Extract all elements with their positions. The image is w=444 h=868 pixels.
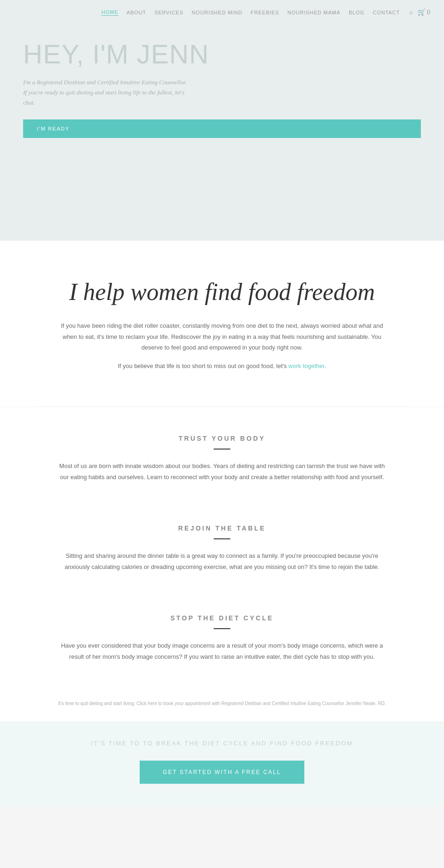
- im-ready-button[interactable]: I'M READY: [23, 119, 421, 138]
- cta-strip: It's time to quit dieting and start livi…: [0, 690, 444, 721]
- cta-banner: IT'S TIME TO TO BREAK THE DIET CYCLE AND…: [0, 721, 444, 807]
- nav-services[interactable]: SERVICES: [154, 10, 183, 15]
- tagline-title: I help women find food freedom: [28, 278, 416, 306]
- nav-nourished-mama[interactable]: NOURISHED MAMA: [288, 10, 340, 15]
- rejoin-heading: REJOIN THE TABLE: [37, 525, 407, 532]
- tagline-body2: If you believe that life is too short to…: [56, 361, 388, 371]
- cta-strip-small-text: It's time to quit dieting and start livi…: [28, 699, 416, 707]
- trust-body-heading: TRUST YOUR BODY: [37, 435, 407, 442]
- trust-body-text: Most of us are born with innate wisdom a…: [56, 461, 388, 483]
- nav-contact[interactable]: CONTACT: [373, 10, 400, 15]
- cta-banner-heading: IT'S TIME TO TO BREAK THE DIET CYCLE AND…: [28, 740, 416, 747]
- stop-diet-section: STOP THE DIET CYCLE Have you ever consid…: [0, 591, 444, 690]
- stop-diet-divider: [214, 628, 230, 629]
- nav-freebies[interactable]: FREEBIES: [251, 10, 279, 15]
- cart-icon[interactable]: 🛒 0: [418, 8, 431, 16]
- trust-your-body-section: TRUST YOUR BODY Most of us are born with…: [0, 407, 444, 501]
- footer-space: [0, 807, 444, 868]
- rejoin-table-section: REJOIN THE TABLE Sitting and sharing aro…: [0, 501, 444, 591]
- hero-section: HEY, I'M JENN I'm a Registered Dietitian…: [0, 0, 444, 241]
- rejoin-divider: [214, 538, 230, 539]
- get-started-free-call-button[interactable]: GET STARTED WITH A FREE CALL: [140, 761, 304, 784]
- nav-nourished-mind[interactable]: NOURISHED MIND: [192, 10, 243, 15]
- tagline-section: I help women find food freedom If you ha…: [0, 241, 444, 406]
- work-together-link[interactable]: work together: [289, 362, 325, 369]
- hero-subtitle: I'm a Registered Dietitian and Certified…: [23, 77, 190, 108]
- tagline-body1: If you have been riding the diet roller …: [56, 320, 388, 353]
- nav-home[interactable]: HOME: [101, 9, 118, 16]
- tagline-body2-suffix: .: [325, 362, 327, 369]
- search-icon[interactable]: ⌕: [409, 9, 413, 16]
- trust-body-divider: [214, 449, 230, 450]
- hero-title: HEY, I'M JENN: [23, 39, 421, 69]
- nav-about[interactable]: ABOUT: [127, 10, 146, 15]
- navigation: HOME ABOUT SERVICES NOURISHED MIND FREEB…: [0, 0, 444, 16]
- nav-links: HOME ABOUT SERVICES NOURISHED MIND FREEB…: [101, 9, 400, 16]
- stop-diet-heading: STOP THE DIET CYCLE: [37, 614, 407, 622]
- stop-diet-body-text: Have you ever considered that your body …: [56, 640, 388, 662]
- rejoin-body-text: Sitting and sharing around the dinner ta…: [56, 550, 388, 573]
- tagline-body2-prefix: If you believe that life is too short to…: [118, 362, 289, 369]
- nav-icons: ⌕ 🛒 0: [409, 8, 431, 16]
- nav-blog[interactable]: BLOG: [349, 10, 364, 15]
